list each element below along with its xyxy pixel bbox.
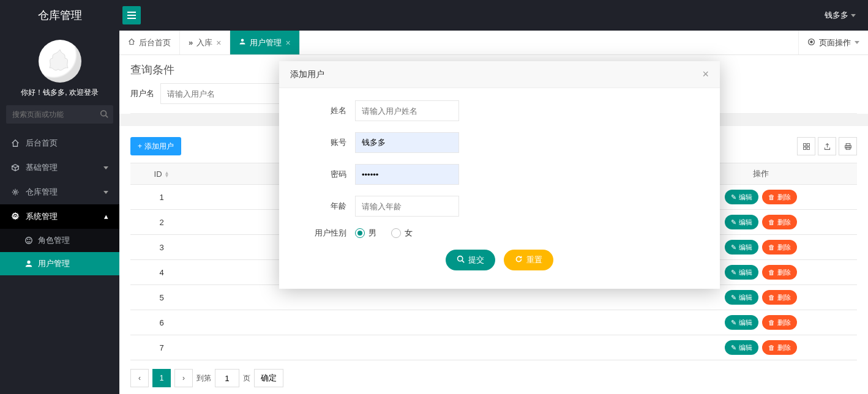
add-user-button[interactable]: + 添加用户 — [130, 137, 181, 155]
close-icon[interactable]: × — [216, 38, 221, 48]
radio-icon — [355, 228, 365, 238]
password-label: 密码 — [297, 169, 346, 180]
delete-button[interactable]: 🗑删除 — [762, 240, 797, 255]
svg-point-18 — [458, 256, 463, 261]
tab-label: 用户管理 — [250, 37, 282, 48]
gender-label: 用户性别 — [297, 228, 346, 239]
reset-label: 重置 — [526, 255, 542, 266]
print-button[interactable] — [839, 137, 857, 155]
home-icon — [128, 38, 135, 47]
welcome-text: 你好！钱多多, 欢迎登录 — [0, 87, 119, 105]
page-ops-label: 页面操作 — [819, 37, 851, 48]
sidebar-item-system[interactable]: 系统管理 ▴ — [0, 204, 119, 229]
tab-inbound[interactable]: » 入库 × — [180, 31, 230, 54]
delete-button[interactable]: 🗑删除 — [762, 315, 797, 330]
sidebar: 你好！钱多多, 欢迎登录 后台首页 基础管理 仓库管理 系统管理 ▴ 角色管理 … — [0, 31, 119, 394]
filter-button[interactable] — [797, 137, 815, 155]
page-operations[interactable]: 页面操作 — [798, 31, 868, 54]
edit-button[interactable]: ✎编辑 — [725, 340, 758, 355]
topbar: 仓库管理 钱多多 — [0, 0, 868, 31]
cell-id: 1 — [130, 185, 193, 210]
search-icon[interactable] — [100, 110, 108, 120]
trash-icon: 🗑 — [768, 319, 775, 326]
search-input[interactable] — [6, 105, 113, 124]
trash-icon: 🗑 — [768, 294, 775, 301]
age-label: 年龄 — [297, 201, 346, 212]
cell-id: 7 — [130, 335, 193, 360]
dbl-chevron-icon: » — [189, 38, 193, 47]
user-icon — [239, 38, 246, 47]
sidebar-item-label: 系统管理 — [26, 204, 58, 229]
chevron-down-icon — [103, 191, 108, 194]
menu-toggle-button[interactable] — [122, 6, 141, 24]
svg-line-19 — [462, 261, 464, 262]
delete-button[interactable]: 🗑删除 — [762, 190, 797, 204]
pencil-icon: ✎ — [731, 218, 736, 226]
sidebar-item-label: 基础管理 — [26, 155, 58, 180]
add-user-label: 添加用户 — [144, 141, 174, 152]
pager-goto-suffix: 页 — [243, 373, 250, 384]
gender-female-radio[interactable]: 女 — [391, 228, 413, 239]
delete-button[interactable]: 🗑删除 — [762, 340, 797, 355]
tab-home[interactable]: 后台首页 — [119, 31, 180, 54]
name-input[interactable] — [355, 100, 459, 121]
sidebar-item-label: 后台首页 — [26, 131, 58, 155]
close-icon[interactable]: × — [285, 38, 290, 48]
hamburger-icon — [127, 15, 136, 16]
edit-button[interactable]: ✎编辑 — [725, 190, 758, 204]
cell-id: 3 — [130, 235, 193, 260]
cell-id: 4 — [130, 260, 193, 285]
table-row: 7✎编辑🗑删除 — [130, 335, 857, 360]
reset-button[interactable]: 重置 — [504, 250, 553, 270]
pencil-icon: ✎ — [731, 269, 736, 277]
gear-icon — [11, 212, 20, 221]
password-input[interactable] — [355, 164, 459, 185]
tab-users[interactable]: 用户管理 × — [230, 31, 299, 54]
gender-male-radio[interactable]: 男 — [355, 228, 376, 239]
export-button[interactable] — [818, 137, 836, 155]
pager-prev[interactable]: ‹ — [130, 369, 149, 387]
star-icon — [45, 46, 75, 76]
submit-button[interactable]: 提交 — [446, 250, 495, 270]
caret-down-icon — [851, 14, 856, 17]
delete-button[interactable]: 🗑删除 — [762, 215, 797, 229]
age-input[interactable] — [355, 196, 459, 217]
svg-point-8 — [241, 39, 244, 42]
svg-rect-12 — [807, 143, 809, 146]
avatar[interactable] — [39, 40, 81, 83]
edit-button[interactable]: ✎编辑 — [725, 215, 758, 229]
sidebar-item-home[interactable]: 后台首页 — [0, 131, 119, 155]
edit-button[interactable]: ✎编辑 — [725, 240, 758, 255]
username-input[interactable] — [160, 83, 283, 104]
trash-icon: 🗑 — [768, 193, 775, 201]
sidebar-item-basic[interactable]: 基础管理 — [0, 155, 119, 180]
tab-label: 入库 — [196, 37, 212, 48]
pager-confirm[interactable]: 确定 — [254, 369, 283, 387]
edit-button[interactable]: ✎编辑 — [725, 265, 758, 280]
smile-icon — [24, 236, 33, 245]
pager-page-1[interactable]: 1 — [152, 369, 171, 387]
sidebar-sub-users[interactable]: 用户管理 — [0, 252, 119, 275]
add-user-modal: 添加用户 × 姓名 账号 密码 年龄 用户性别 男 — [279, 61, 720, 289]
delete-button[interactable]: 🗑删除 — [762, 265, 797, 280]
sidebar-sub-roles[interactable]: 角色管理 — [0, 229, 119, 252]
sort-icon: ▲▼ — [165, 171, 170, 177]
th-id[interactable]: ID▲▼ — [130, 163, 193, 185]
user-menu[interactable]: 钱多多 — [812, 10, 868, 21]
sidebar-item-warehouse[interactable]: 仓库管理 — [0, 180, 119, 204]
account-input[interactable] — [355, 132, 459, 153]
close-icon[interactable]: × — [702, 68, 709, 81]
svg-rect-14 — [807, 147, 809, 149]
user-name: 钱多多 — [825, 10, 848, 21]
delete-button[interactable]: 🗑删除 — [762, 290, 797, 305]
trash-icon: 🗑 — [768, 218, 775, 226]
pager-goto-input[interactable] — [215, 369, 239, 387]
sidebar-sub-label: 角色管理 — [38, 229, 70, 252]
pager-next[interactable]: › — [174, 369, 193, 387]
username-label: 用户名 — [130, 88, 154, 99]
edit-button[interactable]: ✎编辑 — [725, 290, 758, 305]
radio-icon — [391, 228, 401, 238]
edit-button[interactable]: ✎编辑 — [725, 315, 758, 330]
pencil-icon: ✎ — [731, 319, 736, 327]
app-brand: 仓库管理 — [0, 8, 119, 23]
